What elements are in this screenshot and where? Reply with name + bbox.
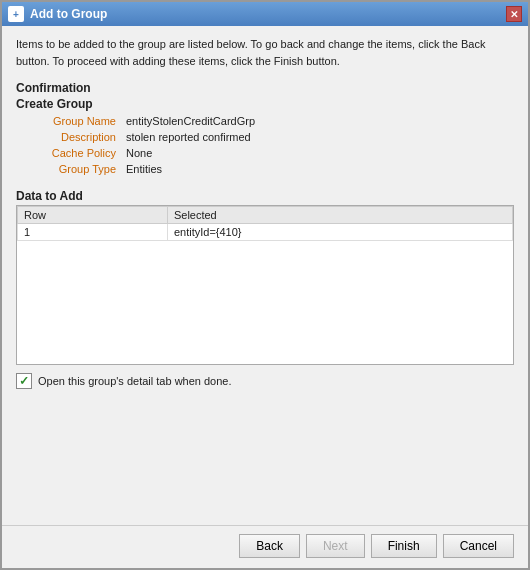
field-label: Group Name: [26, 115, 116, 127]
field-label: Cache Policy: [26, 147, 116, 159]
data-table: Row Selected 1 entityId={410}: [17, 206, 513, 241]
cell-selected: entityId={410}: [167, 224, 512, 241]
open-detail-checkbox[interactable]: [16, 373, 32, 389]
field-value: entityStolenCreditCardGrp: [126, 115, 255, 127]
field-row: Group Type Entities: [26, 163, 514, 175]
window-title: Add to Group: [30, 7, 107, 21]
field-row: Description stolen reported confirmed: [26, 131, 514, 143]
field-label: Description: [26, 131, 116, 143]
confirmation-header: Confirmation: [16, 81, 514, 95]
intro-text: Items to be added to the group are liste…: [16, 36, 514, 69]
col-selected: Selected: [167, 207, 512, 224]
add-to-group-window: + Add to Group ✕ Items to be added to th…: [0, 0, 530, 570]
cancel-button[interactable]: Cancel: [443, 534, 514, 558]
table-row: 1 entityId={410}: [18, 224, 513, 241]
next-button[interactable]: Next: [306, 534, 365, 558]
title-bar: + Add to Group ✕: [2, 2, 528, 26]
field-label: Group Type: [26, 163, 116, 175]
window-icon: +: [8, 6, 24, 22]
col-row: Row: [18, 207, 168, 224]
data-table-container: Row Selected 1 entityId={410}: [16, 205, 514, 365]
field-value: Entities: [126, 163, 162, 175]
button-bar: Back Next Finish Cancel: [2, 525, 528, 568]
finish-button[interactable]: Finish: [371, 534, 437, 558]
checkbox-label: Open this group's detail tab when done.: [38, 375, 232, 387]
cell-row: 1: [18, 224, 168, 241]
field-value: stolen reported confirmed: [126, 131, 251, 143]
field-row: Group Name entityStolenCreditCardGrp: [26, 115, 514, 127]
field-value: None: [126, 147, 152, 159]
field-row: Cache Policy None: [26, 147, 514, 159]
title-bar-left: + Add to Group: [8, 6, 107, 22]
back-button[interactable]: Back: [239, 534, 300, 558]
checkbox-row: Open this group's detail tab when done.: [16, 373, 514, 389]
create-group-header: Create Group: [16, 97, 514, 111]
close-button[interactable]: ✕: [506, 6, 522, 22]
field-table: Group Name entityStolenCreditCardGrp Des…: [26, 115, 514, 175]
create-group-section: Create Group Group Name entityStolenCred…: [16, 97, 514, 179]
main-content: Items to be added to the group are liste…: [2, 26, 528, 525]
data-add-section: Data to Add Row Selected 1 entityId={410…: [16, 189, 514, 515]
data-to-add-header: Data to Add: [16, 189, 514, 203]
